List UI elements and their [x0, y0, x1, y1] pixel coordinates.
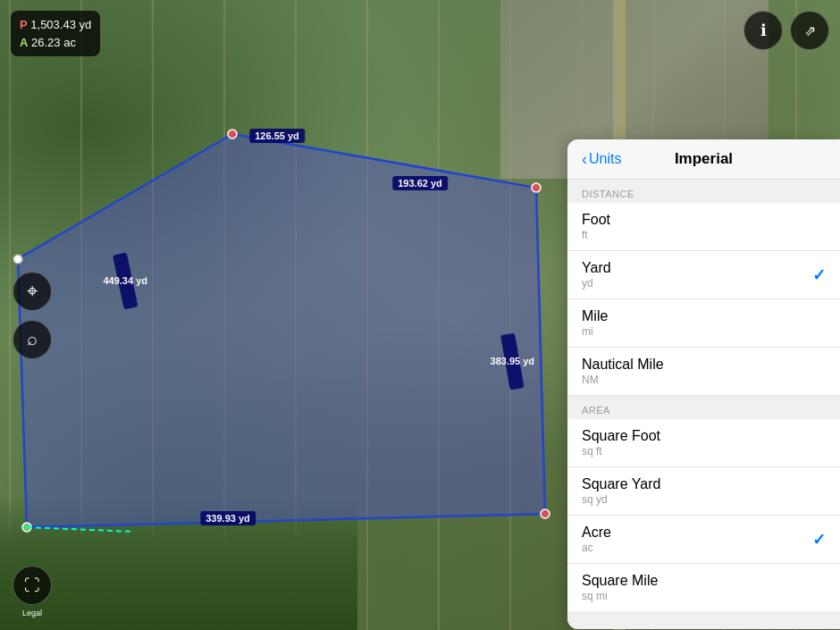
svg-point-2: [532, 183, 541, 192]
unit-name-nautical: Nautical Mile: [582, 357, 664, 373]
unit-mile[interactable]: Mile mi: [567, 299, 840, 348]
area-display: 26.23 ac: [31, 36, 76, 49]
measurement-info: P 1,503.43 yd A 26.23 ac: [11, 11, 100, 56]
compass-icon: ⌖: [27, 280, 38, 303]
unit-square-mile[interactable]: Square Mile sq mi: [567, 564, 840, 611]
unit-abbr-sqyd: sq yd: [582, 493, 660, 506]
perimeter-display: 1,503.43 yd: [30, 18, 91, 31]
segment-label-top-right: 193.62 yd: [392, 176, 448, 190]
unit-abbr-sqft: sq ft: [582, 445, 660, 458]
panel-bottom-spacer: [567, 611, 840, 629]
segment-label-top: 126.55 yd: [249, 129, 305, 143]
yard-checkmark: ✓: [812, 265, 826, 285]
distance-header: DISTANCE: [567, 180, 840, 203]
unit-name-foot: Foot: [582, 212, 610, 228]
unit-abbr-foot: ft: [582, 229, 610, 241]
panel-header: ‹ Units Imperial: [567, 139, 840, 180]
unit-abbr-sqmi: sq mi: [582, 590, 658, 602]
left-controls: ⌖ ⌕: [13, 272, 52, 359]
segment-label-bottom: 339.93 yd: [200, 511, 256, 525]
unit-acre[interactable]: Acre ac ✓: [567, 516, 840, 564]
unit-nautical-mile[interactable]: Nautical Mile NM: [567, 348, 840, 396]
perimeter-label: P: [20, 18, 28, 31]
units-panel: ‹ Units Imperial DISTANCE Foot ft Yard y…: [567, 139, 840, 629]
unit-name-sqyd: Square Yard: [582, 476, 660, 492]
bottom-left-controls: ⛶ Legal: [13, 566, 52, 617]
svg-marker-0: [18, 134, 545, 527]
unit-name-mile: Mile: [582, 308, 608, 324]
top-right-controls: ℹ ⇗: [743, 11, 829, 50]
back-button[interactable]: ‹ Units: [582, 150, 621, 169]
unit-name-sqmi: Square Mile: [582, 573, 658, 589]
unit-square-yard[interactable]: Square Yard sq yd: [567, 467, 840, 516]
info-button[interactable]: ℹ: [743, 11, 783, 50]
panel-title: Imperial: [675, 150, 733, 168]
search-icon: ⌕: [27, 329, 38, 349]
svg-point-5: [13, 255, 22, 264]
compass-button[interactable]: ⌖: [13, 272, 52, 311]
back-label: Units: [589, 151, 621, 167]
search-button[interactable]: ⌕: [13, 320, 52, 359]
share-button[interactable]: ⇗: [790, 11, 829, 50]
area-label: A: [20, 36, 28, 49]
svg-point-3: [541, 509, 550, 518]
share-icon: ⇗: [804, 22, 816, 39]
unit-name-acre: Acre: [582, 525, 611, 541]
unit-name-yard: Yard: [582, 260, 611, 276]
unit-foot[interactable]: Foot ft: [567, 203, 840, 251]
unit-abbr-acre: ac: [582, 542, 611, 554]
legal-label: Legal: [13, 609, 52, 617]
unit-abbr-nautical: NM: [582, 374, 664, 386]
expand-button[interactable]: ⛶: [13, 566, 52, 605]
unit-abbr-yard: yd: [582, 277, 611, 290]
info-icon: ℹ: [760, 21, 767, 40]
unit-abbr-mile: mi: [582, 325, 608, 338]
svg-point-1: [228, 130, 237, 139]
acre-checkmark: ✓: [812, 530, 826, 550]
expand-icon: ⛶: [24, 576, 40, 595]
unit-yard[interactable]: Yard yd ✓: [567, 251, 840, 299]
panel-callout-arrow: [695, 617, 713, 626]
chevron-left-icon: ‹: [582, 150, 587, 169]
unit-name-sqft: Square Foot: [582, 428, 660, 444]
area-header: AREA: [567, 396, 840, 419]
unit-square-foot[interactable]: Square Foot sq ft: [567, 419, 840, 467]
